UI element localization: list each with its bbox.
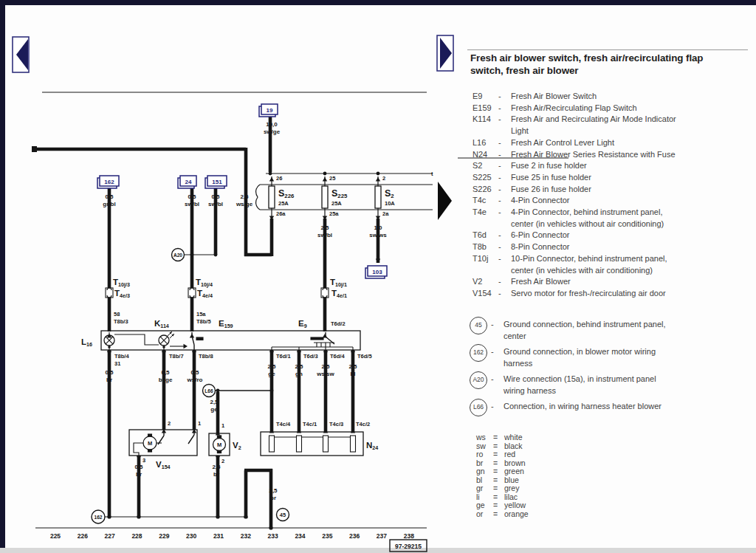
component-label: N24 xyxy=(366,441,378,451)
ground-symbol-circle: 45 xyxy=(470,317,487,334)
ref-plate-number: 24 xyxy=(185,179,192,185)
legend-dash: - xyxy=(498,160,511,172)
color-code-row: bl=blue xyxy=(476,476,529,485)
legend-dash: - xyxy=(491,374,504,385)
color-name: white xyxy=(504,433,523,442)
legend-row: S225-Fuse 25 in fuse holder xyxy=(472,172,749,184)
wire-label-color: br xyxy=(270,495,276,501)
wire-label-size: 2,5 xyxy=(240,193,249,200)
wire-label-color: gr/bl xyxy=(103,201,115,207)
pin-label: 2 xyxy=(221,458,224,464)
color-code-row: sw=black xyxy=(476,442,529,451)
pin-label: T6d/4 xyxy=(330,353,345,360)
wire-label-color: ws/sw xyxy=(316,371,334,377)
wire-color-code-legend: ws=whitesw=blackro=redbr=browngn=greenbl… xyxy=(476,433,529,518)
legend-code: S226 xyxy=(472,184,498,196)
wire-label-color: br xyxy=(106,377,112,383)
pin-label: 15a xyxy=(196,311,206,317)
pin-label: T4c/1 xyxy=(303,421,317,427)
legend-description: 10-Pin Connector, behind instrument pane… xyxy=(511,253,736,276)
fuse-strip-brace xyxy=(256,185,260,210)
arrowhead-up xyxy=(269,177,274,182)
wire-label-color: ge xyxy=(268,371,275,377)
pin-label: 25A xyxy=(331,200,342,207)
legend-dash: - xyxy=(498,276,511,288)
legend-code: T4c xyxy=(472,195,498,207)
ref-plate-number: 19 xyxy=(267,107,273,114)
page-title: Fresh air blower switch, fresh air/recir… xyxy=(470,52,756,77)
track-number: 234 xyxy=(295,532,305,540)
legend-row: V2-Fresh Air Blower xyxy=(472,276,749,288)
pin-label: T8b/4 xyxy=(114,353,129,360)
arrowhead-right xyxy=(184,344,188,348)
ground-description: Wire connection (15a), in instrument pan… xyxy=(504,374,732,396)
ground-description: Ground connection, behind instrument pan… xyxy=(504,319,732,342)
legend-dash: - xyxy=(491,401,504,413)
legend-row: S2-Fuse 2 in fuse holder xyxy=(472,160,749,172)
track-number: 232 xyxy=(241,532,251,540)
wire-label-color: bl/ge xyxy=(159,377,173,383)
pin-label: T4c/4 xyxy=(276,421,291,427)
ground-description: Connection, in wiring harness heater blo… xyxy=(504,401,732,413)
legend-row: V154-Servo motor for fresh-/recirculatin… xyxy=(472,288,749,300)
legend-row: T4c-4-Pin Connector xyxy=(472,195,749,207)
color-code-row: gr=grey xyxy=(476,484,529,493)
legend-description: 4-Pin Connector, behind instrument panel… xyxy=(511,207,736,230)
pin-label: 31 xyxy=(114,360,120,367)
legend-code: T10j xyxy=(472,253,498,265)
pin-label: T4c/3 xyxy=(329,421,343,427)
ground-connection-legend: 45-Ground connection, behind instrument … xyxy=(470,317,749,419)
legend-code: T6d xyxy=(472,230,498,241)
wire-label-color: gn xyxy=(295,371,303,377)
color-name: red xyxy=(504,450,515,459)
wire-label-color: sw/bl xyxy=(317,232,332,238)
n24-internals xyxy=(269,436,356,452)
ground-legend-row: A20-Wire connection (15a), in instrument… xyxy=(470,371,749,396)
component-legend: E9-Fresh Air Blower SwitchE159-Fresh Air… xyxy=(472,91,749,300)
manual-page: 97-29215 10,0sw/ge0,5gr/bl0,5sw/bl0,5sw/… xyxy=(0,0,756,553)
track-number: 225 xyxy=(50,532,61,540)
pin-label: 1 xyxy=(198,420,201,427)
pin-label: 2 xyxy=(168,420,171,427)
component-label: S226 xyxy=(278,188,295,199)
color-code-row: or=orange xyxy=(476,510,529,519)
component-label: T10j/4 xyxy=(196,278,213,288)
legend-dash: - xyxy=(498,230,511,241)
legend-description: Fresh Air Blower xyxy=(511,276,736,288)
wire-label-size: 0,5 xyxy=(105,369,114,376)
legend-dash: - xyxy=(491,346,504,358)
component-label: E9 xyxy=(298,319,307,329)
wire-label-color: ws/ge xyxy=(236,201,253,207)
color-eq: = xyxy=(493,467,504,476)
ground-symbol-circle: 162 xyxy=(470,344,487,362)
pin-label: T8b/3 xyxy=(114,318,128,325)
legend-code: S225 xyxy=(472,172,498,184)
legend-code: N24 xyxy=(472,149,498,161)
wire-label-color: br xyxy=(136,471,142,478)
pin-label: T8b/5 xyxy=(196,318,211,325)
track-number: 230 xyxy=(186,532,196,540)
ground-description: Ground connection, in blower motor wirin… xyxy=(504,346,732,369)
legend-dash: - xyxy=(498,184,511,196)
edge-terminal-square xyxy=(32,146,37,152)
ground-symbol-circle: L66 xyxy=(470,399,487,416)
arrowhead-up xyxy=(323,177,327,182)
ground-legend-row: 162-Ground connection, in blower motor w… xyxy=(470,344,749,369)
pin-label: 25a xyxy=(329,210,339,217)
track-number: 233 xyxy=(268,532,278,540)
left-page-marker xyxy=(13,37,29,72)
page-title-line2: switch, fresh air blower xyxy=(470,65,756,78)
wire-label-size: 0,5 xyxy=(188,193,196,200)
pin-label: 26a xyxy=(276,210,286,217)
legend-row: T6d-6-Pin Connector xyxy=(472,230,749,241)
legend-code: T8b xyxy=(472,241,498,253)
connector-symbols xyxy=(106,288,329,298)
wire-label-size: 0,5 xyxy=(161,369,170,376)
legend-description: Fresh Air Control Lever Light xyxy=(511,137,736,149)
legend-dash: - xyxy=(498,288,511,300)
wires-blower-stages xyxy=(272,350,353,432)
color-name: orange xyxy=(504,510,529,519)
legend-description: Fuse 25 in fuse holder xyxy=(511,172,736,184)
resistor-3 xyxy=(323,436,329,452)
color-code-row: gn=green xyxy=(476,467,529,476)
